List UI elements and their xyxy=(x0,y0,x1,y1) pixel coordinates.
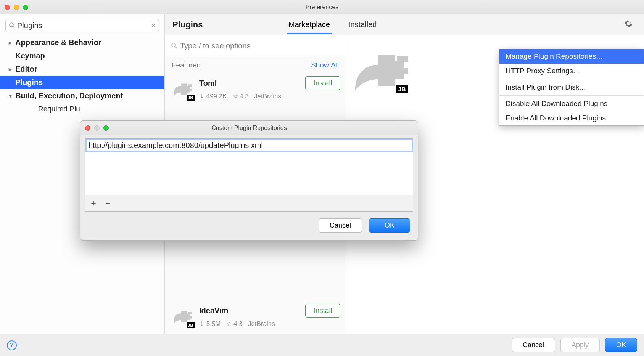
plugin-search-input[interactable] xyxy=(180,42,340,50)
sidebar-item-plugins[interactable]: ► Plugins xyxy=(0,76,164,89)
vendor: JetBrains xyxy=(248,320,275,328)
download-count: 499.2K xyxy=(199,92,227,100)
chevron-right-icon: ► xyxy=(8,66,14,72)
plugin-large-icon: JB xyxy=(350,37,411,95)
svg-point-0 xyxy=(10,23,13,27)
plugin-row-ideavim[interactable]: JB IdeaVim Install 5.5M 4.3 JetBrains xyxy=(165,300,346,334)
plugin-search[interactable] xyxy=(165,35,346,57)
custom-repositories-dialog: Custom Plugin Repositories ＋ － Cancel OK xyxy=(80,120,418,241)
ok-button[interactable]: OK xyxy=(605,338,637,352)
sidebar-item-label: Appearance & Behavior xyxy=(15,38,101,47)
plugin-meta: 5.5M 4.3 JetBrains xyxy=(199,320,340,328)
sidebar-item-label: Plugins xyxy=(15,78,43,87)
sidebar-item-keymap[interactable]: ► Keymap xyxy=(0,49,164,63)
tab-marketplace[interactable]: Marketplace xyxy=(287,15,332,34)
sidebar-item-required-plugins[interactable]: ► Required Plu xyxy=(23,103,164,115)
tab-installed[interactable]: Installed xyxy=(347,15,378,34)
jetbrains-badge-icon: JB xyxy=(396,85,408,93)
search-icon xyxy=(171,42,177,50)
svg-rect-4 xyxy=(188,84,192,87)
repository-url-input[interactable] xyxy=(85,139,413,152)
plugin-icon: JB xyxy=(170,304,194,327)
svg-point-2 xyxy=(172,43,175,47)
menu-item-install-from-disk[interactable]: Install Plugin from Disk... xyxy=(499,80,644,95)
sidebar-item-label: Editor xyxy=(15,65,37,74)
gear-menu: Manage Plugin Repositories... HTTP Proxy… xyxy=(499,49,644,126)
svg-line-1 xyxy=(13,26,14,28)
dialog-title: Custom Plugin Repositories xyxy=(80,125,418,131)
vendor: JetBrains xyxy=(254,93,281,100)
menu-item-disable-all[interactable]: Disable All Downloaded Plugins xyxy=(499,96,644,111)
add-icon[interactable]: ＋ xyxy=(89,197,97,209)
window-title: Preferences xyxy=(0,4,644,11)
sidebar-item-label: Keymap xyxy=(15,51,45,60)
cancel-button[interactable]: Cancel xyxy=(512,338,555,352)
sidebar-item-appearance[interactable]: ► Appearance & Behavior xyxy=(0,36,164,49)
sidebar-search[interactable]: ✕ xyxy=(5,19,159,32)
show-all-link[interactable]: Show All xyxy=(311,61,339,69)
download-count: 5.5M xyxy=(199,320,221,328)
jetbrains-badge-icon: JB xyxy=(187,322,195,328)
menu-item-http-proxy[interactable]: HTTP Proxy Settings... xyxy=(499,64,644,78)
featured-label: Featured xyxy=(172,61,201,69)
repository-list-empty-space xyxy=(85,152,413,195)
install-button[interactable]: Install xyxy=(305,304,340,318)
page-title: Plugins xyxy=(165,20,287,30)
svg-rect-8 xyxy=(397,56,408,62)
rating: 4.3 xyxy=(232,92,249,100)
menu-separator xyxy=(499,79,644,79)
plugin-row-toml[interactable]: JB Toml Install 499.2K 4.3 JetBrains xyxy=(165,72,346,106)
menu-item-manage-repos[interactable]: Manage Plugin Repositories... xyxy=(499,49,644,64)
remove-icon[interactable]: － xyxy=(104,197,111,209)
svg-rect-6 xyxy=(188,312,192,314)
menu-separator xyxy=(499,95,644,96)
dialog-ok-button[interactable]: OK xyxy=(369,218,410,233)
plugin-meta: 499.2K 4.3 JetBrains xyxy=(199,92,340,100)
plugin-icon: JB xyxy=(170,76,194,100)
install-button[interactable]: Install xyxy=(305,76,340,90)
plugin-name: Toml xyxy=(199,79,217,88)
dialog-titlebar: Custom Plugin Repositories xyxy=(80,121,418,135)
gear-icon[interactable] xyxy=(624,20,633,30)
sidebar-search-input[interactable] xyxy=(17,21,151,30)
chevron-down-icon: ▼ xyxy=(8,93,14,99)
repository-list-toolbar: ＋ － xyxy=(85,195,413,211)
window-titlebar: Preferences xyxy=(0,0,644,14)
svg-rect-5 xyxy=(188,89,192,91)
apply-button: Apply xyxy=(560,338,600,352)
svg-rect-9 xyxy=(397,68,408,74)
chevron-right-icon: ► xyxy=(8,40,14,46)
bottom-bar: ? Cancel Apply OK xyxy=(0,334,644,356)
clear-search-icon[interactable]: ✕ xyxy=(151,22,156,29)
rating: 4.3 xyxy=(226,320,243,328)
sidebar-item-label: Required Plu xyxy=(38,105,80,113)
search-icon xyxy=(9,22,15,29)
plugin-name: IdeaVim xyxy=(199,306,228,315)
svg-rect-7 xyxy=(188,316,192,319)
sidebar-item-label: Build, Execution, Deployment xyxy=(15,91,123,100)
help-button[interactable]: ? xyxy=(7,340,17,350)
svg-line-3 xyxy=(175,47,177,48)
dialog-cancel-button[interactable]: Cancel xyxy=(319,218,362,233)
jetbrains-badge-icon: JB xyxy=(187,95,195,101)
menu-item-enable-all[interactable]: Enable All Downloaded Plugins xyxy=(499,111,644,125)
sidebar-item-build[interactable]: ▼ Build, Execution, Deployment xyxy=(0,89,164,103)
sidebar-item-editor[interactable]: ► Editor xyxy=(0,63,164,76)
repository-list: ＋ － xyxy=(85,138,413,212)
